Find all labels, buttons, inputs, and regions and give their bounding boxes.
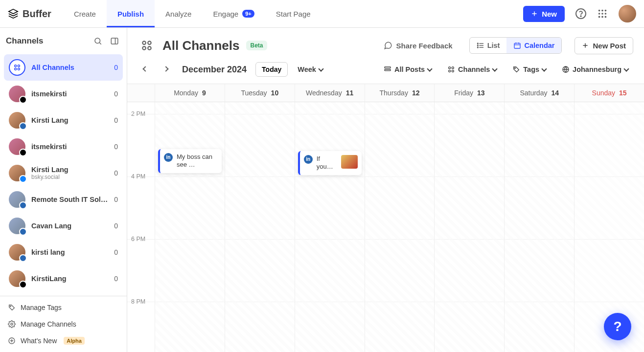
topnav: Buffer Create Publish Analyze Engage 9+ … bbox=[0, 0, 644, 28]
svg-point-11 bbox=[95, 38, 100, 44]
nav-tabs: Create Publish Analyze Engage 9+ Start P… bbox=[63, 0, 322, 27]
engage-badge: 9+ bbox=[242, 10, 254, 18]
month-label: December 2024 bbox=[182, 65, 247, 75]
hour-label: 4 PM bbox=[131, 173, 145, 180]
day-head: Friday13 bbox=[434, 84, 504, 102]
chevron-left-icon bbox=[142, 66, 148, 71]
filter-channels[interactable]: Channels bbox=[442, 63, 502, 76]
channel-avatar bbox=[9, 218, 25, 234]
channel-count: 0 bbox=[114, 222, 118, 230]
today-button[interactable]: Today bbox=[255, 62, 288, 77]
filter-all-posts[interactable]: All Posts bbox=[379, 63, 437, 76]
network-badge-icon bbox=[19, 149, 27, 156]
all-channels-header-icon bbox=[138, 37, 156, 54]
avatar[interactable] bbox=[619, 5, 636, 22]
day-column[interactable] bbox=[504, 102, 574, 352]
filter-timezone[interactable]: Johannesburg bbox=[557, 63, 633, 76]
range-select[interactable]: Week bbox=[294, 63, 327, 76]
svg-point-13 bbox=[15, 65, 17, 67]
view-calendar-button[interactable]: Calendar bbox=[506, 38, 561, 53]
main-header: All Channels Beta Share Feedback List Ca… bbox=[127, 28, 644, 58]
chevron-right-icon bbox=[163, 66, 168, 71]
apps-grid-icon[interactable] bbox=[594, 5, 611, 22]
prev-week-button[interactable] bbox=[138, 62, 153, 77]
svg-point-20 bbox=[142, 41, 146, 44]
beta-badge: Beta bbox=[246, 41, 267, 50]
day-head: Tuesday10 bbox=[225, 84, 295, 102]
tab-create[interactable]: Create bbox=[63, 0, 107, 27]
sidebar-item-channel[interactable]: Kirsti Langbsky.social 0 bbox=[4, 160, 123, 186]
svg-point-32 bbox=[449, 70, 451, 72]
globe-icon bbox=[562, 66, 570, 73]
sidebar-item-channel[interactable]: Remote South IT Solutio 0 bbox=[4, 186, 123, 213]
channel-label: Kirsti Langbsky.social bbox=[31, 166, 108, 180]
svg-point-22 bbox=[142, 46, 146, 50]
channel-label: KirstiLang bbox=[31, 275, 108, 283]
sidebar-item-channel[interactable]: itsmekirsti 0 bbox=[4, 133, 123, 160]
tab-analyze[interactable]: Analyze bbox=[155, 0, 202, 27]
sidebar-item-all-channels[interactable]: All Channels 0 bbox=[4, 54, 123, 81]
share-feedback-button[interactable]: Share Feedback bbox=[380, 38, 457, 53]
calendar-toolbar: December 2024 Today Week All Posts Chann… bbox=[127, 58, 644, 84]
channel-avatar bbox=[9, 112, 25, 129]
sidebar-item-channel[interactable]: Cavan Lang 0 bbox=[4, 213, 123, 239]
svg-point-25 bbox=[477, 45, 478, 46]
manage-tags[interactable]: Manage Tags bbox=[0, 299, 127, 316]
channel-count: 0 bbox=[114, 169, 118, 177]
tab-engage[interactable]: Engage 9+ bbox=[202, 0, 265, 27]
channel-count: 0 bbox=[114, 196, 118, 203]
calendar-event[interactable]: in If you… bbox=[298, 151, 362, 175]
tab-publish[interactable]: Publish bbox=[107, 0, 155, 27]
help-icon[interactable] bbox=[573, 5, 589, 22]
tab-start-page[interactable]: Start Page bbox=[265, 0, 322, 27]
day-column[interactable]: in If you… bbox=[295, 102, 365, 352]
event-text: My boss can see … bbox=[177, 153, 218, 169]
hour-label: 6 PM bbox=[131, 236, 145, 242]
linkedin-icon: in bbox=[164, 153, 173, 162]
svg-point-30 bbox=[449, 67, 451, 69]
sidebar-item-channel[interactable]: itsmekirsti 0 bbox=[4, 81, 123, 107]
channel-label: Kirsti Lang bbox=[31, 116, 108, 124]
search-icon[interactable] bbox=[92, 35, 104, 47]
day-head: Sunday15 bbox=[574, 84, 644, 102]
tag-icon bbox=[512, 66, 520, 73]
sparkle-icon bbox=[8, 337, 16, 345]
main: All Channels Beta Share Feedback List Ca… bbox=[127, 28, 644, 352]
channel-count: 0 bbox=[114, 248, 118, 256]
manage-channels[interactable]: Manage Channels bbox=[0, 316, 127, 332]
network-badge-icon bbox=[19, 122, 27, 130]
next-week-button[interactable] bbox=[159, 62, 173, 77]
day-head: Saturday14 bbox=[504, 84, 574, 102]
filter-icon bbox=[384, 66, 391, 73]
calendar-icon bbox=[513, 42, 521, 49]
view-list-button[interactable]: List bbox=[470, 38, 507, 53]
day-column[interactable] bbox=[434, 102, 504, 352]
day-column[interactable] bbox=[574, 102, 644, 352]
new-post-button[interactable]: New Post bbox=[575, 37, 633, 54]
sidebar-item-channel[interactable]: Kirsti Lang 0 bbox=[4, 107, 123, 133]
help-fab[interactable]: ? bbox=[604, 313, 631, 340]
event-thumbnail bbox=[341, 155, 358, 169]
channel-avatar bbox=[9, 244, 25, 261]
day-column[interactable]: in My boss can see … bbox=[155, 102, 225, 352]
filter-tags[interactable]: Tags bbox=[507, 63, 551, 76]
sidebar-item-channel[interactable]: kirsti lang 0 bbox=[4, 239, 123, 265]
sidebar-item-channel[interactable]: KirstiLang 0 bbox=[4, 265, 123, 292]
svg-point-23 bbox=[148, 46, 151, 50]
list-icon bbox=[477, 42, 484, 49]
plus-icon bbox=[531, 10, 538, 17]
day-column[interactable] bbox=[225, 102, 295, 352]
buffer-logo-icon bbox=[8, 8, 19, 19]
svg-point-6 bbox=[601, 13, 603, 15]
svg-point-0 bbox=[576, 9, 586, 19]
calendar-body[interactable]: 2 PM4 PM6 PM8 PM in My boss can see … in… bbox=[127, 102, 644, 352]
calendar-event[interactable]: in My boss can see … bbox=[158, 149, 222, 173]
whats-new[interactable]: What's New Alpha bbox=[0, 332, 127, 349]
svg-point-7 bbox=[605, 13, 607, 15]
new-button[interactable]: New bbox=[523, 6, 565, 22]
logo[interactable]: Buffer bbox=[8, 8, 51, 20]
day-head: Wednesday11 bbox=[295, 84, 365, 102]
sidebar-collapse-icon[interactable] bbox=[108, 35, 121, 47]
chevron-down-icon bbox=[541, 66, 547, 71]
day-column[interactable] bbox=[365, 102, 435, 352]
